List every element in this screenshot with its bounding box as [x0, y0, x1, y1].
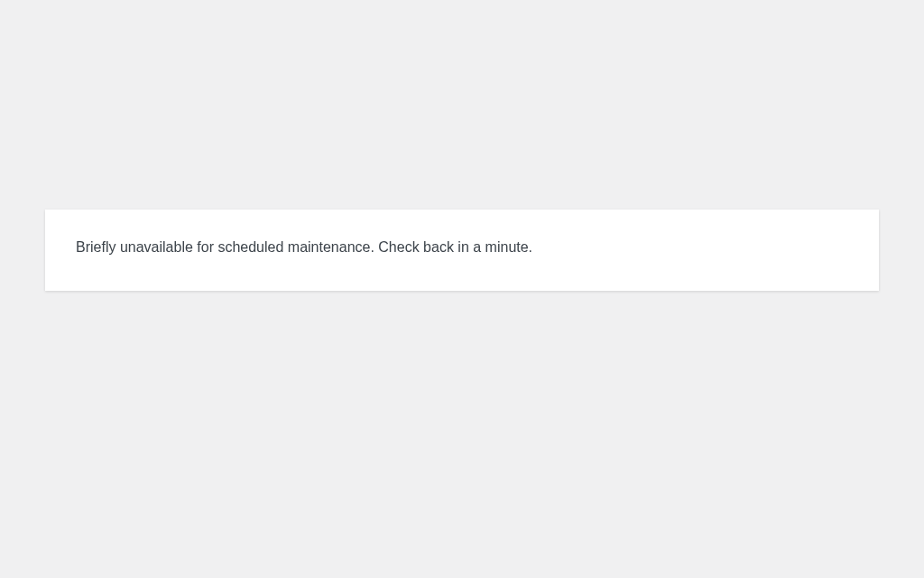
maintenance-message: Briefly unavailable for scheduled mainte…: [76, 237, 854, 258]
maintenance-panel: Briefly unavailable for scheduled mainte…: [45, 210, 879, 291]
